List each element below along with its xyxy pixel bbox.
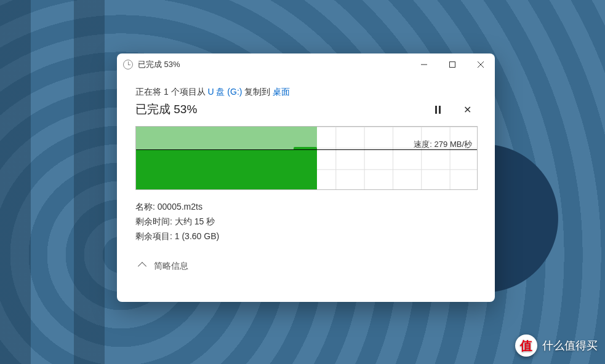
speed-readout: 速度: 279 MB/秒	[414, 139, 472, 150]
source-link[interactable]: U 盘 (G:)	[207, 87, 242, 97]
file-copy-dialog: 已完成 53% 正在将 1 个项目从 U 盘 (G:) 复制到 桌面 已完成 5…	[117, 53, 495, 302]
speed-label-text: 速度:	[414, 140, 434, 149]
copy-prefix: 正在将 1 个项目从	[135, 87, 207, 97]
transfer-details: 名称: 00005.m2ts 剩余时间: 大约 15 秒 剩余项目: 1 (3.…	[135, 200, 476, 243]
detail-time: 剩余时间: 大约 15 秒	[135, 215, 476, 229]
svg-rect-1	[450, 62, 455, 68]
speed-value: 279 MB/秒	[435, 140, 472, 149]
watermark-text: 什么值得买	[542, 338, 598, 353]
copy-middle: 复制到	[244, 87, 273, 97]
destination-link[interactable]: 桌面	[273, 87, 290, 97]
chart-area-lower	[136, 149, 317, 189]
progress-header: 已完成 53% ✕	[135, 101, 476, 117]
detail-name: 名称: 00005.m2ts	[135, 200, 476, 215]
clock-icon	[123, 60, 133, 69]
details-toggle[interactable]: 简略信息	[135, 261, 476, 272]
items-label: 剩余项目:	[135, 231, 175, 241]
cancel-button[interactable]: ✕	[462, 104, 473, 115]
progress-title: 已完成 53%	[135, 101, 197, 117]
name-value: 00005.m2ts	[158, 202, 202, 212]
time-value: 大约 15 秒	[175, 216, 215, 226]
speed-chart: 速度: 279 MB/秒	[135, 126, 478, 190]
progress-actions: ✕	[432, 104, 473, 115]
chart-area-upper	[136, 127, 317, 149]
titlebar: 已完成 53%	[117, 53, 495, 76]
copy-description: 正在将 1 个项目从 U 盘 (G:) 复制到 桌面	[135, 87, 476, 98]
minimize-button[interactable]	[410, 53, 438, 76]
name-label: 名称:	[135, 202, 158, 212]
window-title: 已完成 53%	[138, 59, 180, 70]
close-button[interactable]	[467, 53, 495, 76]
watermark: 值 什么值得买	[515, 334, 598, 357]
dialog-content: 正在将 1 个项目从 U 盘 (G:) 复制到 桌面 已完成 53% ✕ 速度:…	[117, 76, 495, 302]
watermark-badge: 值	[515, 334, 537, 357]
maximize-button[interactable]	[438, 53, 467, 76]
pause-icon	[435, 106, 441, 114]
titlebar-buttons	[410, 53, 495, 76]
toggle-label: 简略信息	[154, 261, 188, 272]
time-label: 剩余时间:	[135, 216, 175, 226]
items-value: 1 (3.60 GB)	[175, 231, 219, 241]
detail-items: 剩余项目: 1 (3.60 GB)	[135, 229, 476, 244]
chevron-up-icon	[138, 262, 146, 271]
pause-button[interactable]	[432, 104, 443, 115]
